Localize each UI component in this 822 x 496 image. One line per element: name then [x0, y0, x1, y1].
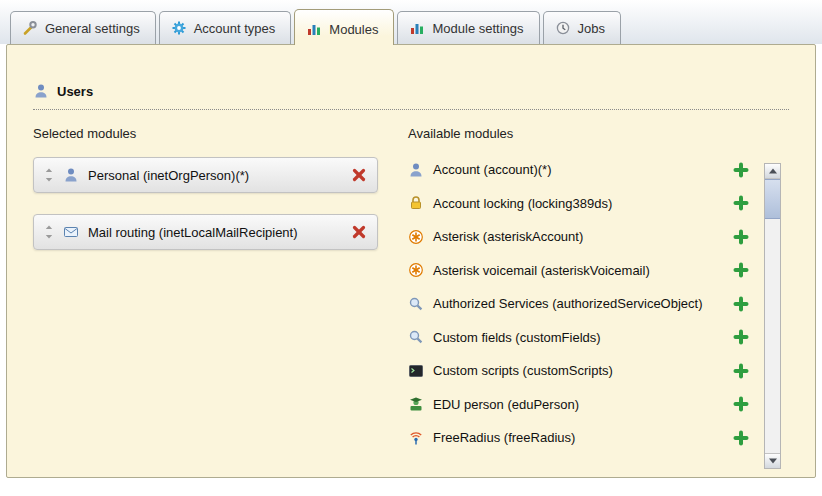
wrench-icon: [22, 20, 38, 36]
module-label: Mail routing (inetLocalMailRecipient): [88, 225, 342, 240]
bar-chart-icon: [306, 21, 322, 37]
available-modules-column: Available modules Account (account)(*): [408, 126, 789, 455]
add-module-button[interactable]: [733, 296, 749, 312]
plus-icon: [733, 229, 749, 245]
module-label: Account (account)(*): [433, 162, 724, 177]
clock-icon: [555, 20, 571, 36]
asterisk-icon: [408, 229, 424, 245]
add-module-button[interactable]: [733, 363, 749, 379]
arrow-down-icon: [769, 459, 777, 464]
module-label: Account locking (locking389ds): [433, 196, 724, 211]
add-module-button[interactable]: [733, 396, 749, 412]
tab-label: General settings: [45, 21, 140, 36]
available-modules-scrollbar[interactable]: [764, 163, 781, 469]
remove-module-button[interactable]: [351, 224, 367, 240]
add-module-button[interactable]: [733, 329, 749, 345]
modules-panel: Users Selected modules Personal (inetOrg…: [6, 44, 816, 478]
selected-module-row[interactable]: Personal (inetOrgPerson)(*): [33, 157, 378, 193]
tab-label: Module settings: [432, 21, 523, 36]
available-modules-heading: Available modules: [408, 126, 789, 141]
plus-icon: [733, 296, 749, 312]
available-module-row: Authorized Services (authorizedServiceOb…: [408, 287, 749, 321]
available-module-row: EDU person (eduPerson): [408, 388, 749, 422]
plus-icon: [733, 363, 749, 379]
available-module-row: Asterisk (asteriskAccount): [408, 220, 749, 254]
add-module-button[interactable]: [733, 229, 749, 245]
person-icon: [408, 162, 424, 178]
delete-icon: [351, 224, 367, 240]
selected-modules-heading: Selected modules: [33, 126, 408, 141]
module-label: FreeRadius (freeRadius): [433, 430, 724, 445]
available-module-row: FreeRadius (freeRadius): [408, 421, 749, 455]
scroll-down-button[interactable]: [765, 453, 780, 468]
available-module-row: Custom scripts (customScripts): [408, 354, 749, 388]
add-module-button[interactable]: [733, 162, 749, 178]
tab-label: Modules: [329, 22, 378, 37]
graduate-icon: [408, 396, 424, 412]
lam-configuration-page: General settings Account types Modules M…: [0, 0, 822, 496]
tab-label: Jobs: [578, 21, 605, 36]
module-columns: Selected modules Personal (inetOrgPerson…: [7, 110, 815, 455]
module-label: Custom scripts (customScripts): [433, 363, 724, 378]
available-module-row: Asterisk voicemail (asteriskVoicemail): [408, 254, 749, 288]
add-module-button[interactable]: [733, 262, 749, 278]
users-section-header: Users: [33, 83, 789, 110]
mail-icon: [63, 224, 79, 240]
scroll-up-button[interactable]: [765, 164, 780, 179]
module-label: Authorized Services (authorizedServiceOb…: [433, 296, 724, 311]
lock-icon: [408, 195, 424, 211]
tab-module-settings[interactable]: Module settings: [397, 11, 539, 44]
antenna-icon: [408, 430, 424, 446]
remove-module-button[interactable]: [351, 167, 367, 183]
tab-modules[interactable]: Modules: [294, 9, 394, 45]
module-label: Asterisk (asteriskAccount): [433, 229, 724, 244]
drag-handle-icon[interactable]: [44, 225, 54, 239]
tab-bar: General settings Account types Modules M…: [0, 0, 822, 44]
asterisk-icon: [408, 262, 424, 278]
module-label: Asterisk voicemail (asteriskVoicemail): [433, 263, 724, 278]
tab-general-settings[interactable]: General settings: [10, 11, 156, 44]
selected-module-row[interactable]: Mail routing (inetLocalMailRecipient): [33, 214, 378, 250]
tab-account-types[interactable]: Account types: [159, 11, 292, 44]
delete-icon: [351, 167, 367, 183]
arrow-up-icon: [769, 169, 777, 174]
selected-modules-column: Selected modules Personal (inetOrgPerson…: [33, 126, 408, 455]
plus-icon: [733, 329, 749, 345]
available-module-row: Account locking (locking389ds): [408, 187, 749, 221]
magnifier-icon: [408, 329, 424, 345]
add-module-button[interactable]: [733, 430, 749, 446]
bar-chart-icon: [409, 20, 425, 36]
gear-icon: [171, 20, 187, 36]
user-icon: [33, 83, 49, 99]
section-title: Users: [57, 84, 93, 99]
tab-label: Account types: [194, 21, 276, 36]
plus-icon: [733, 262, 749, 278]
plus-icon: [733, 162, 749, 178]
person-icon: [63, 167, 79, 183]
module-label: Custom fields (customFields): [433, 330, 724, 345]
plus-icon: [733, 430, 749, 446]
available-module-row: Account (account)(*): [408, 153, 749, 187]
scrollbar-thumb[interactable]: [765, 179, 780, 219]
plus-icon: [733, 195, 749, 211]
module-label: EDU person (eduPerson): [433, 397, 724, 412]
drag-handle-icon[interactable]: [44, 168, 54, 182]
magnifier-icon: [408, 296, 424, 312]
available-module-row: Custom fields (customFields): [408, 321, 749, 355]
terminal-icon: [408, 363, 424, 379]
module-label: Personal (inetOrgPerson)(*): [88, 168, 342, 183]
tab-jobs[interactable]: Jobs: [543, 11, 621, 44]
add-module-button[interactable]: [733, 195, 749, 211]
plus-icon: [733, 396, 749, 412]
